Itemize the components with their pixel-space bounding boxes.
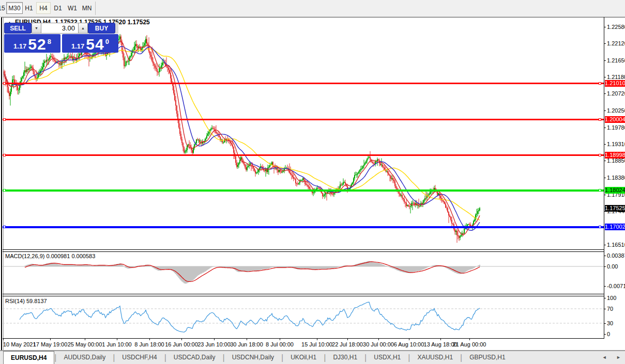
horizontal-line-1.17002[interactable] <box>3 226 604 228</box>
price-tick-mark <box>604 128 606 128</box>
volume-input[interactable]: 3.00 <box>41 23 78 34</box>
tab-audusd-daily[interactable]: AUDUSD,Daily <box>57 351 113 364</box>
timeframe-button-h1[interactable]: H1 <box>22 2 36 14</box>
rsi-tick-mark <box>604 309 606 309</box>
time-label: 15 Jul 10:00 <box>301 341 332 347</box>
time-label: 10 May 2021 <box>3 341 36 347</box>
time-tick-mark <box>149 338 150 340</box>
timeframe-button-mn[interactable]: MN <box>80 2 94 14</box>
rsi-axis-label: 100 <box>607 295 616 301</box>
toolbar-separator <box>95 2 96 15</box>
price-tick-mark <box>604 195 606 195</box>
time-label: 30 Jul 00:00 <box>363 341 394 347</box>
price-tick-mark <box>604 178 606 178</box>
price-tick-mark <box>604 245 606 245</box>
rsi-tick-mark <box>604 323 606 324</box>
horizontal-line-1.20004[interactable] <box>3 119 604 120</box>
rsi-axis-label: 0 <box>607 331 610 337</box>
line-price-label: 1.18024 <box>605 187 625 194</box>
line-price-label: 1.21010 <box>605 80 625 87</box>
line-handle-right[interactable] <box>599 189 601 192</box>
price-tick-label: 1.22120 <box>607 40 625 46</box>
chart-window-border <box>1 17 2 350</box>
price-tick-label: 1.21650 <box>607 57 625 64</box>
line-handle-left[interactable] <box>3 189 6 192</box>
tab-usdcnh-daily[interactable]: USDCNH,Daily <box>225 351 281 364</box>
tab-ukoil-h1[interactable]: UKOil,H1 <box>283 351 324 364</box>
rsi-axis-label: 70 <box>607 306 613 312</box>
timeframe-button-m30[interactable]: M30 <box>6 2 23 14</box>
buy-price-small: 1.17 <box>71 41 84 52</box>
current-price-label: 1.17525 <box>605 205 625 212</box>
line-handle-left[interactable] <box>3 226 6 228</box>
timeframe-toolbar: 15M30H1H4D1W1MN <box>0 0 625 17</box>
tab-scroll-left-icon[interactable]: ◄ <box>602 355 607 360</box>
volume-decrease-button[interactable]: ▼ <box>32 23 41 34</box>
macd-tick-mark <box>604 286 606 287</box>
price-tick-mark <box>604 110 606 111</box>
rsi-tick-mark <box>604 334 606 335</box>
rsi-indicator-label: RSI(14) 59.8137 <box>5 298 47 304</box>
line-handle-left[interactable] <box>3 154 6 156</box>
time-tick-mark <box>409 338 409 340</box>
line-handle-right[interactable] <box>599 226 601 228</box>
tab-usdx-h1[interactable]: USDX,H1 <box>367 351 408 364</box>
price-tick-label: 1.19780 <box>607 124 625 131</box>
time-label: 23 Jun 10:00 <box>197 341 231 347</box>
rsi-axis-label: 30 <box>607 320 613 326</box>
time-tick-mark <box>181 338 182 340</box>
tab-usdcad-daily[interactable]: USDCAD,Daily <box>166 351 223 364</box>
tab-gbpusd-h1[interactable]: GBPUSD,H1 <box>462 351 512 364</box>
price-tick-mark <box>604 161 606 161</box>
time-tick-mark <box>214 338 215 340</box>
horizontal-line-1.21010[interactable] <box>3 83 604 84</box>
line-handle-right[interactable] <box>599 154 601 156</box>
line-handle-left[interactable] <box>3 118 6 121</box>
rsi-tick-mark <box>604 298 606 298</box>
tab-dj30-h1[interactable]: DJ30,H1 <box>326 351 364 364</box>
line-price-label: 1.17002 <box>605 224 625 230</box>
time-tick-mark <box>117 338 117 340</box>
price-tick-mark <box>604 77 606 77</box>
timeframe-button-h4[interactable]: H4 <box>36 2 51 14</box>
horizontal-line-1.18024[interactable] <box>3 189 604 192</box>
macd-axis-label: -0.00719 <box>607 283 625 289</box>
time-label: 8 Jul 00:00 <box>266 341 294 347</box>
buy-price-button[interactable]: 1.17 54 0 <box>62 34 118 53</box>
time-tick-mark <box>469 338 470 340</box>
rsi-panel-bottom-border <box>3 338 604 339</box>
time-label: 16 Jun 00:00 <box>165 341 198 347</box>
line-handle-right[interactable] <box>599 118 601 121</box>
tab-eurusd-h4[interactable]: EURUSD,H4 <box>3 351 54 364</box>
price-tick-label: 1.22580 <box>607 24 625 30</box>
sell-price-big: 52 <box>28 37 46 52</box>
one-click-trading-panel: SELL ▼ 3.00 ▲ BUY 1.17 52 8 1.17 54 0 <box>4 23 118 53</box>
time-label: 22 Jul 18:00 <box>332 341 363 347</box>
line-handle-left[interactable] <box>3 82 6 85</box>
macd-indicator-label: MACD(12,26,9) 0.000981 0.000583 <box>5 253 95 259</box>
time-label: 17 May 19:00 <box>33 341 68 347</box>
sell-button[interactable]: SELL <box>4 23 32 34</box>
timeframe-button-w1[interactable]: W1 <box>65 2 80 14</box>
tab-xauusd-h1[interactable]: XAUUSD,H1 <box>410 351 460 364</box>
tab-scroll-right-icon[interactable]: ► <box>616 355 621 360</box>
sell-price-button[interactable]: 1.17 52 8 <box>4 34 60 53</box>
time-label: 8 Jun 18:00 <box>134 341 164 347</box>
timeframe-button-d1[interactable]: D1 <box>51 2 65 14</box>
price-tick-label: 1.16510 <box>607 242 625 248</box>
buy-button[interactable]: BUY <box>88 23 115 34</box>
rsi-plot[interactable] <box>3 296 604 338</box>
mt4-window: 15M30H1H4D1W1MN ▲EURUSD,H41.17522 1.1752… <box>0 0 625 364</box>
time-tick-mark <box>378 338 379 340</box>
price-tick-mark <box>604 144 606 145</box>
horizontal-line-1.18998[interactable] <box>3 154 604 156</box>
volume-increase-button[interactable]: ▲ <box>78 23 88 34</box>
time-label: 21 Aug 00:00 <box>453 341 486 347</box>
line-handle-right[interactable] <box>599 82 601 85</box>
sell-price-sup: 8 <box>48 38 51 45</box>
time-tick-mark <box>247 338 247 340</box>
time-tick-mark <box>440 338 441 340</box>
buy-price-sup: 0 <box>105 38 109 45</box>
tab-usdchf-h4[interactable]: USDCHF,H4 <box>115 351 164 364</box>
time-tick-mark <box>3 338 4 340</box>
